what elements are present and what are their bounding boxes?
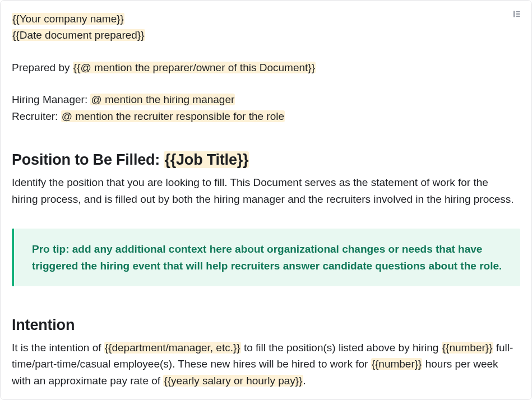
pro-tip-callout[interactable]: Pro tip: add any additional context here… — [12, 229, 520, 286]
position-heading-prefix: Position to Be Filled: — [12, 151, 164, 168]
hiring-manager-label: Hiring Manager: — [12, 94, 90, 105]
position-description[interactable]: Identify the position that you are looki… — [12, 174, 516, 207]
intention-text-1: It is the intention of — [12, 342, 104, 354]
date-placeholder[interactable]: {{Date document prepared}} — [12, 29, 145, 41]
company-name-placeholder[interactable]: {{Your company name}} — [12, 13, 124, 25]
prepared-by-line[interactable]: Prepared by {{@ mention the preparer/own… — [12, 59, 520, 76]
hiring-manager-placeholder[interactable]: @ mention the hiring manager — [90, 94, 235, 105]
prepared-by-placeholder[interactable]: {{@ mention the preparer/owner of this D… — [73, 62, 316, 73]
recruiter-placeholder[interactable]: @ mention the recruiter responsible for … — [61, 110, 285, 122]
hiring-manager-line[interactable]: Hiring Manager: @ mention the hiring man… — [12, 91, 520, 108]
intention-heading[interactable]: Intention — [12, 317, 520, 334]
intention-department-placeholder[interactable]: {{department/manager, etc.}} — [104, 342, 241, 354]
document-page: {{Your company name}} {{Date document pr… — [0, 0, 532, 400]
intention-text-2: to fill the position(s) listed above by … — [241, 342, 442, 354]
intention-pay-placeholder[interactable]: {{yearly salary or hourly pay}} — [163, 375, 303, 387]
intention-number-placeholder-2[interactable]: {{number}} — [371, 358, 423, 370]
company-name-line[interactable]: {{Your company name}} — [12, 11, 520, 27]
recruiter-line[interactable]: Recruiter: @ mention the recruiter respo… — [12, 108, 520, 124]
pro-tip-text: Pro tip: add any additional context here… — [32, 241, 505, 274]
intention-text-5: . — [303, 375, 306, 387]
date-line[interactable]: {{Date document prepared}} — [12, 27, 520, 43]
position-heading[interactable]: Position to Be Filled: {{Job Title}} — [12, 151, 520, 169]
intention-paragraph[interactable]: It is the intention of {{department/mana… — [12, 339, 516, 389]
job-title-placeholder[interactable]: {{Job Title}} — [164, 151, 249, 168]
recruiter-label: Recruiter: — [12, 110, 61, 122]
intention-number-placeholder-1[interactable]: {{number}} — [442, 342, 493, 354]
prepared-by-label: Prepared by — [12, 62, 73, 73]
panel-toggle-icon[interactable] — [511, 8, 522, 20]
